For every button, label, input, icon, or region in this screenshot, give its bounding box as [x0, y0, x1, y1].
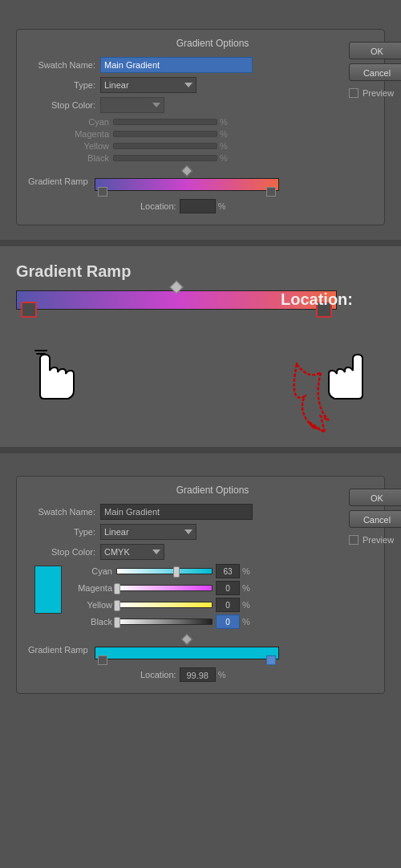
black-value-2[interactable]: 0	[216, 614, 240, 629]
preview-row-1: Preview	[349, 88, 401, 98]
preview-label-2: Preview	[363, 535, 394, 545]
type-label-2: Type:	[28, 527, 100, 537]
black-label-2: Black	[68, 617, 116, 627]
yellow-track-2[interactable]	[116, 602, 213, 608]
ramp-right-handle-1[interactable]	[266, 187, 276, 197]
ramp-left-handle-2[interactable]	[98, 655, 107, 665]
stop-color-select-2[interactable]: CMYK	[100, 544, 164, 560]
cyan-row-2: Cyan 63 %	[68, 564, 250, 578]
yellow-pct-1: %	[220, 141, 228, 151]
svg-rect-1	[34, 350, 47, 351]
type-select[interactable]: Linear	[100, 77, 196, 93]
yellow-row-2: Yellow 0 %	[68, 598, 250, 612]
magenta-thumb-2[interactable]	[114, 583, 120, 594]
location-value-1[interactable]	[180, 199, 216, 213]
type-select-2[interactable]: Linear	[100, 524, 196, 540]
panel-2-title: Gradient Options	[28, 485, 397, 496]
cyan-thumb-2[interactable]	[173, 566, 180, 578]
magenta-value-2[interactable]: 0	[216, 581, 240, 595]
yellow-thumb-2[interactable]	[114, 600, 120, 611]
black-pct-1: %	[220, 153, 228, 163]
stop-color-label: Stop Color:	[28, 100, 100, 110]
gradient-ramp-label-1: Gradient Ramp	[28, 176, 88, 186]
panel-1: Gradient Options OK Cancel Preview Swatc…	[16, 29, 385, 225]
panel-2-buttons: OK Cancel Preview	[349, 489, 401, 545]
type-row-2: Type: Linear	[28, 524, 397, 540]
cyan-pct-1: %	[220, 117, 228, 127]
color-block-2: Cyan 63 % Magenta 0 %	[34, 564, 397, 631]
gradient-ramp-1[interactable]	[95, 174, 279, 191]
cancel-button-2[interactable]: Cancel	[349, 510, 401, 528]
ramp-right-handle-2[interactable]	[266, 655, 276, 665]
red-arrow	[281, 356, 337, 439]
stop-color-select[interactable]	[100, 97, 164, 113]
cmyk-sliders-disabled: Cyan % Magenta % Yellow % Black %	[68, 117, 397, 163]
panel-1-title: Gradient Options	[28, 38, 397, 49]
preview-label-1: Preview	[363, 88, 394, 98]
swatch-name-input[interactable]	[100, 57, 253, 73]
cyan-track-2[interactable]	[116, 568, 213, 574]
gradient-ramp-section-1: Gradient Ramp	[28, 174, 397, 191]
gradient-ramp-section-2: Gradient Ramp	[28, 643, 397, 659]
ok-button-1[interactable]: OK	[349, 42, 401, 59]
black-label-1: Black	[68, 153, 113, 163]
cmyk-sliders-2: Cyan 63 % Magenta 0 %	[68, 564, 250, 631]
middle-label-row: Gradient Ramp	[16, 262, 385, 281]
svg-rect-0	[36, 353, 46, 355]
location-pct-2: %	[218, 670, 226, 679]
swatch-name-row: Swatch Name:	[28, 57, 397, 73]
middle-ramp-left-handle[interactable]	[21, 302, 37, 318]
panel-1-wrapper: Gradient Options OK Cancel Preview Swatc…	[28, 38, 397, 213]
location-label-1: Location:	[140, 201, 176, 211]
location-label-2: Location:	[140, 670, 176, 679]
ramp-bar-2	[95, 647, 279, 659]
left-hand-cursor	[24, 331, 80, 405]
black-row-1: Black %	[68, 153, 397, 163]
cancel-button-1[interactable]: Cancel	[349, 63, 401, 81]
magenta-track-1[interactable]	[113, 131, 217, 137]
preview-checkbox-2[interactable]	[349, 535, 358, 545]
yellow-label-2: Yellow	[68, 600, 116, 610]
middle-ramp-label: Gradient Ramp	[16, 262, 131, 281]
preview-checkbox-1[interactable]	[349, 88, 358, 98]
black-thumb-2[interactable]	[114, 617, 120, 628]
ramp-top-handle-2[interactable]	[181, 634, 192, 645]
cyan-value-2[interactable]: 63	[216, 564, 240, 578]
ramp-left-handle-1[interactable]	[98, 187, 107, 197]
swatch-name-input-2[interactable]	[100, 504, 253, 520]
yellow-track-1[interactable]	[113, 143, 217, 149]
black-track-2[interactable]	[116, 619, 213, 625]
ok-button-2[interactable]: OK	[349, 489, 401, 506]
cyan-row-1: Cyan %	[68, 117, 397, 127]
magenta-track-2[interactable]	[116, 585, 213, 591]
type-label: Type:	[28, 80, 100, 90]
location-value-2[interactable]: 99.98	[180, 667, 216, 682]
panel-2-wrapper: Gradient Options OK Cancel Preview Swatc…	[28, 485, 397, 682]
cyan-label-1: Cyan	[68, 117, 113, 127]
middle-location-label: Location:	[281, 290, 353, 309]
swatch-name-label: Swatch Name:	[28, 60, 100, 70]
swatch-name-label-2: Swatch Name:	[28, 507, 100, 517]
middle-section: Gradient Ramp Location:	[0, 246, 401, 447]
magenta-row-1: Magenta %	[68, 129, 397, 139]
yellow-label-1: Yellow	[68, 141, 113, 151]
type-row: Type: Linear	[28, 77, 397, 93]
magenta-label-1: Magenta	[68, 129, 113, 139]
black-row-2: Black 0 %	[68, 614, 250, 629]
stop-color-row-2: Stop Color: CMYK	[28, 544, 397, 560]
cyan-track-1[interactable]	[113, 119, 217, 125]
black-track-1[interactable]	[113, 155, 217, 161]
magenta-pct-2: %	[242, 583, 250, 593]
gradient-ramp-2-container	[95, 643, 279, 659]
location-row-2: Location: 99.98 %	[28, 667, 397, 682]
magenta-row-2: Magenta 0 %	[68, 581, 250, 595]
yellow-pct-2: %	[242, 600, 250, 610]
location-pct-1: %	[218, 201, 226, 211]
gradient-ramp-label-2: Gradient Ramp	[28, 645, 88, 655]
location-row-1: Location: %	[28, 199, 397, 213]
yellow-row-1: Yellow %	[68, 141, 397, 151]
ramp-top-handle-1[interactable]	[181, 165, 192, 176]
yellow-value-2[interactable]: 0	[216, 598, 240, 612]
color-swatch-2	[34, 566, 62, 614]
stop-color-row: Stop Color:	[28, 97, 397, 113]
